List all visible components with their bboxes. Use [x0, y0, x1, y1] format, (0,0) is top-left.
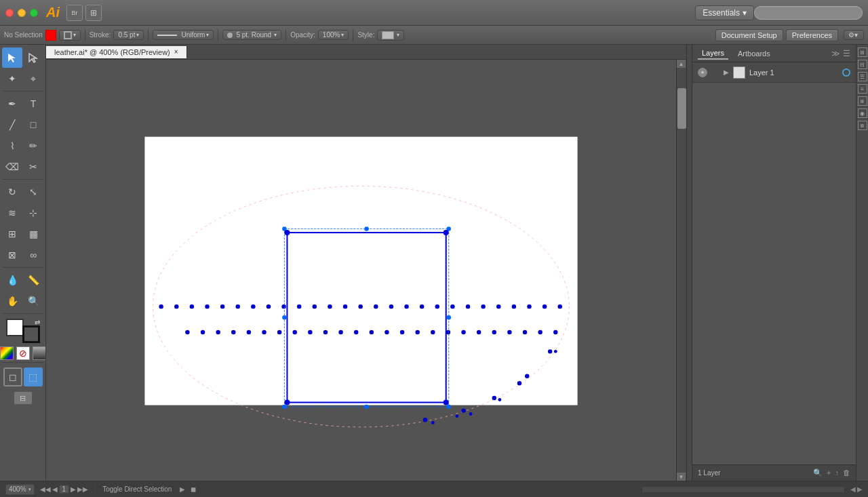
draw-mode-btn[interactable]: ◻ — [3, 367, 22, 386]
fill-options-btn[interactable]: ▾ — [59, 30, 81, 41]
puppet-warp-tool[interactable]: ⊹ — [23, 203, 43, 223]
scroll-thumb[interactable] — [677, 88, 686, 129]
warp-tool[interactable]: ≋ — [2, 203, 22, 223]
svg-point-45 — [431, 330, 435, 334]
change-screen-mode-btn[interactable]: ⊟ — [14, 391, 33, 405]
zoom-tool[interactable]: 🔍 — [23, 291, 43, 311]
artboards-tab[interactable]: Artboards — [734, 48, 774, 59]
stroke-indicator[interactable] — [22, 325, 40, 343]
stroke-weight-btn[interactable]: 0.5 pt ▾ — [113, 30, 144, 40]
bridge-icon[interactable]: Br — [66, 5, 83, 21]
cap-style-btn[interactable]: 5 pt. Round ▾ — [222, 30, 281, 40]
document-tab[interactable]: leather.ai* @ 400% (RGB/Preview) × — [46, 46, 187, 58]
svg-point-49 — [492, 330, 496, 334]
search-input[interactable] — [754, 6, 863, 20]
svg-point-40 — [354, 330, 358, 334]
scroll-down-btn[interactable]: ▼ — [677, 473, 686, 481]
canvas[interactable] — [46, 60, 676, 466]
maximize-button[interactable] — [30, 9, 38, 17]
rect-tool[interactable]: □ — [23, 115, 43, 135]
magic-wand-tool[interactable]: ✦ — [2, 68, 22, 89]
layer-item[interactable]: ● ▶ Layer 1 — [692, 62, 856, 83]
pen-tool[interactable]: ✒ — [2, 94, 22, 114]
svg-point-18 — [404, 304, 408, 309]
svg-point-59 — [498, 398, 501, 401]
zoom-value[interactable]: 400% ▾ — [5, 484, 35, 495]
close-button[interactable] — [5, 9, 14, 17]
direct-select-tool[interactable] — [23, 47, 43, 68]
far-right-icon-1[interactable]: ⊞ — [858, 47, 867, 57]
eyedropper-tool[interactable]: 💧 — [2, 270, 22, 290]
play-btn[interactable]: ▶ — [180, 485, 185, 493]
lasso-tool[interactable]: ⌖ — [23, 68, 43, 89]
blend-tool[interactable]: ∞ — [23, 245, 43, 265]
extras-btn[interactable]: ⚙▾ — [844, 30, 864, 40]
layer-visibility-btn[interactable]: ● — [698, 68, 707, 77]
hand-tool[interactable]: ✋ — [2, 291, 22, 311]
svg-point-77 — [284, 399, 290, 405]
minimize-button[interactable] — [18, 9, 26, 17]
sb-right-btn[interactable]: ▶ — [857, 485, 863, 493]
svg-rect-0 — [144, 137, 577, 405]
workspace-button[interactable]: Essentials ▾ — [695, 5, 754, 20]
page-number[interactable]: 1 — [59, 485, 70, 494]
panel-menu-icon[interactable]: ☰ — [843, 49, 850, 58]
move-to-layer-icon[interactable]: ↑ — [835, 469, 840, 477]
draw-inside-btn[interactable]: ⬚ — [24, 367, 43, 386]
next-page-btn[interactable]: ▶ — [71, 485, 76, 493]
add-layer-icon[interactable]: + — [827, 469, 831, 477]
stroke-style-btn[interactable]: Uniform ▾ — [153, 30, 214, 40]
far-right-icon-5[interactable]: ⊕ — [858, 96, 867, 106]
svg-point-22 — [466, 304, 470, 309]
svg-point-74 — [447, 315, 451, 319]
color-mode-btn[interactable] — [0, 346, 14, 360]
fill-indicator[interactable] — [6, 319, 24, 336]
opacity-btn[interactable]: 100% ▾ — [318, 30, 349, 40]
select-tool[interactable] — [2, 47, 22, 68]
far-right-icon-3[interactable]: ☰ — [858, 72, 867, 81]
paintbrush-tool[interactable]: ⌇ — [2, 136, 22, 156]
fill-swatch[interactable] — [45, 30, 56, 41]
pencil-tool[interactable]: ✏ — [23, 136, 43, 156]
far-right-icon-7[interactable]: ⊗ — [858, 121, 867, 130]
last-page-btn[interactable]: ▶▶ — [77, 485, 88, 493]
scroll-up-btn[interactable]: ▲ — [677, 60, 686, 68]
tool-row-brush: ⌇ ✏ — [2, 136, 43, 156]
far-right-icon-6[interactable]: ◉ — [858, 108, 867, 118]
zoom-area: 400% ▾ — [5, 484, 35, 495]
free-transform-tool[interactable]: ⊞ — [2, 224, 22, 244]
tool-row-select — [2, 47, 43, 68]
svg-point-42 — [384, 330, 389, 334]
eraser-tool[interactable]: ⌫ — [2, 157, 22, 177]
scissors-tool[interactable]: ✂ — [23, 157, 43, 177]
far-right-icon-2[interactable]: ⊟ — [858, 60, 867, 69]
stop-btn[interactable]: ◼ — [191, 485, 196, 493]
layers-tab[interactable]: Layers — [698, 47, 728, 60]
svg-point-37 — [308, 330, 312, 334]
first-page-btn[interactable]: ◀◀ — [40, 485, 51, 493]
shape-builder-tool[interactable]: ▦ — [23, 224, 43, 244]
panel-expand-icon[interactable]: ≫ — [831, 49, 840, 58]
svg-point-76 — [443, 230, 449, 235]
line-tool[interactable]: ╱ — [2, 115, 22, 135]
none-mode-btn[interactable]: ⊘ — [16, 346, 30, 360]
far-right-icon-4[interactable]: ≡ — [858, 84, 867, 94]
swap-icon[interactable]: ⇄ — [35, 319, 40, 326]
view-icon[interactable]: ⊞ — [85, 5, 102, 21]
preferences-button[interactable]: Preferences — [786, 29, 838, 41]
perspective-grid-tool[interactable]: ⊠ — [2, 245, 22, 265]
type-tool[interactable]: T — [23, 94, 43, 114]
tab-close-button[interactable]: × — [174, 48, 178, 56]
measure-tool[interactable]: 📏 — [23, 270, 43, 290]
rotate-tool[interactable]: ↻ — [2, 182, 22, 202]
style-btn[interactable]: ▾ — [377, 30, 404, 41]
search-layers-icon[interactable]: 🔍 — [813, 469, 823, 477]
scale-tool[interactable]: ⤡ — [23, 182, 43, 202]
sb-left-btn[interactable]: ◀ — [850, 485, 856, 493]
layer-expand-arrow[interactable]: ▶ — [724, 68, 729, 76]
delete-layer-icon[interactable]: 🗑 — [843, 469, 850, 477]
prev-page-btn[interactable]: ◀ — [52, 485, 58, 493]
vertical-scrollbar[interactable]: ▲ ▼ — [676, 60, 686, 481]
gradient-mode-btn[interactable] — [33, 346, 46, 360]
doc-setup-button[interactable]: Document Setup — [715, 29, 783, 41]
